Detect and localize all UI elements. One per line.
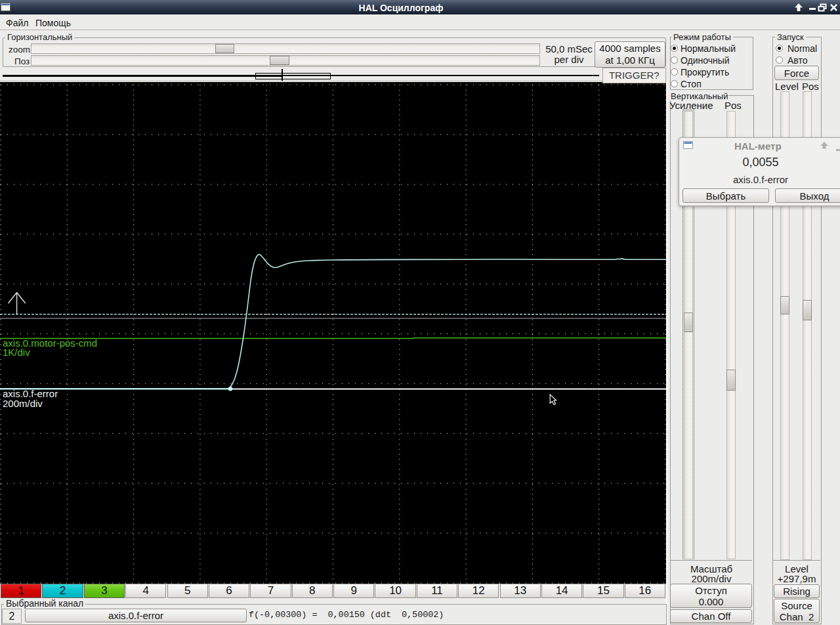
svg-text:200m/div: 200m/div <box>3 398 43 409</box>
svg-text:1K/div: 1K/div <box>3 347 30 358</box>
